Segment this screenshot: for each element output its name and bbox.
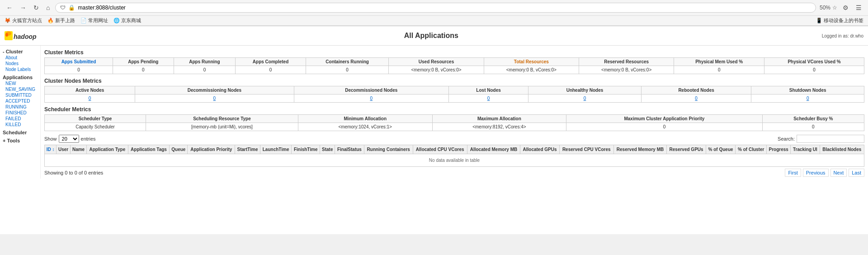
forward-button[interactable]: → <box>18 3 28 12</box>
previous-button[interactable]: Previous <box>803 169 829 177</box>
th-launchtime[interactable]: LaunchTime <box>260 145 291 154</box>
main-layout: - Cluster About Nodes Node Labels Applic… <box>0 46 868 179</box>
th-application-tags[interactable]: Application Tags <box>128 145 170 154</box>
col-apps-completed: Apps Completed <box>236 58 306 66</box>
th-queue[interactable]: Queue <box>170 145 188 154</box>
extensions-button[interactable]: ⚙ <box>841 3 850 12</box>
header-bar: hadoop All Applications Logged in as: dr… <box>0 26 868 46</box>
address-bar: 🛡 🔒 <box>55 3 816 13</box>
sidebar-link-accepted[interactable]: ACCEPTED <box>3 98 38 104</box>
sidebar-scheduler-title[interactable]: Scheduler <box>3 129 38 136</box>
url-input[interactable] <box>78 5 811 11</box>
val-phys-vcores-used: 0 <box>764 66 864 74</box>
pagination-buttons: First Previous Next Last <box>785 169 864 177</box>
zoom-area: 50% ☆ <box>820 5 837 11</box>
bookmarks-bar: 🦊 火狐官方站点 🔥 新手上路 📄 常用网址 🌐 京东商城 📱 移动设备上的书签 <box>0 16 868 26</box>
sidebar-scheduler-section: Scheduler <box>3 129 38 136</box>
th-id[interactable]: ID ↕ <box>45 145 57 154</box>
th-user[interactable]: User <box>57 145 71 154</box>
sidebar-link-new-saving[interactable]: NEW_SAVING <box>3 86 38 92</box>
sidebar-link-about[interactable]: About <box>3 55 38 61</box>
col-reserved-resources: Reserved Resources <box>579 58 674 66</box>
lock-icon: 🔒 <box>68 5 75 11</box>
th-progress[interactable]: Progress <box>767 145 791 154</box>
zoom-level: 50% <box>820 5 830 11</box>
th-allocated-gpus[interactable]: Allocated GPUs <box>520 145 560 154</box>
sidebar-link-submitted[interactable]: SUBMITTED <box>3 92 38 98</box>
th-finalstatus[interactable]: FinalStatus <box>335 145 364 154</box>
col-containers-running: Containers Running <box>306 58 388 66</box>
bookmark-jd[interactable]: 🌐 京东商城 <box>113 17 141 24</box>
cluster-metrics-title: Cluster Metrics <box>44 49 864 56</box>
th-blacklisted-nodes[interactable]: Blacklisted Nodes <box>820 145 864 154</box>
th-state[interactable]: State <box>320 145 335 154</box>
th-tracking-ui[interactable]: Tracking UI <box>791 145 820 154</box>
sidebar-link-finished[interactable]: FINISHED <box>3 110 38 116</box>
sidebar-link-failed[interactable]: FAILED <box>3 116 38 122</box>
menu-button[interactable]: ☰ <box>854 3 863 12</box>
th-pct-cluster[interactable]: % of Cluster <box>736 145 767 154</box>
entries-label: entries <box>81 136 96 142</box>
th-allocated-cpu-vcores[interactable]: Allocated CPU VCores <box>413 145 467 154</box>
val-used-resources: <memory:0 B, vCores:0> <box>389 66 484 74</box>
refresh-button[interactable]: ↻ <box>32 3 41 12</box>
th-reserved-memory-mb[interactable]: Reserved Memory MB <box>613 145 667 154</box>
table-footer: Showing 0 to 0 of 0 entries First Previo… <box>44 169 864 177</box>
browser-toolbar: ← → ↻ ⌂ 🛡 🔒 50% ☆ ⚙ ☰ <box>0 0 868 16</box>
th-application-priority[interactable]: Application Priority <box>188 145 235 154</box>
th-running-containers[interactable]: Running Containers <box>364 145 413 154</box>
val-apps-submitted: 0 <box>45 66 113 74</box>
sidebar-applications-section: Applications NEW NEW_SAVING SUBMITTED AC… <box>3 74 38 128</box>
page-title: All Applications <box>41 32 822 40</box>
star-icon[interactable]: ☆ <box>832 5 837 11</box>
bookmark-firefox[interactable]: 🦊 火狐官方站点 <box>5 17 42 24</box>
home-button[interactable]: ⌂ <box>44 3 52 12</box>
col-total-resources: Total Resources <box>484 58 579 66</box>
th-starttime[interactable]: StartTime <box>235 145 260 154</box>
next-button[interactable]: Next <box>830 169 847 177</box>
sidebar-link-new[interactable]: NEW <box>3 80 38 86</box>
col-active-nodes: Active Nodes <box>45 86 135 94</box>
shield-icon: 🛡 <box>60 5 66 11</box>
sidebar-link-running[interactable]: RUNNING <box>3 104 38 110</box>
col-minimum-allocation: Minimum Allocation <box>298 115 432 123</box>
search-area: Search: <box>778 135 864 143</box>
svg-point-2 <box>5 33 8 37</box>
hadoop-logo: hadoop <box>5 29 41 42</box>
sidebar-link-node-labels[interactable]: Node Labels <box>3 66 38 72</box>
th-finishtime[interactable]: FinishTime <box>292 145 320 154</box>
last-button[interactable]: Last <box>849 169 864 177</box>
sidebar-link-nodes[interactable]: Nodes <box>3 61 38 66</box>
back-button[interactable]: ← <box>5 3 14 12</box>
first-button[interactable]: First <box>785 169 801 177</box>
th-reserved-gpus[interactable]: Reserved GPUs <box>667 145 706 154</box>
th-reserved-cpu-vcores[interactable]: Reserved CPU VCores <box>559 145 613 154</box>
search-label: Search: <box>778 136 795 142</box>
col-decommissioning-nodes: Decommissioning Nodes <box>135 86 294 94</box>
th-pct-queue[interactable]: % of Queue <box>706 145 735 154</box>
th-name[interactable]: Name <box>70 145 86 154</box>
th-allocated-memory-mb[interactable]: Allocated Memory MB <box>467 145 520 154</box>
search-input[interactable] <box>797 135 864 143</box>
col-apps-pending: Apps Pending <box>113 58 174 66</box>
sidebar-link-killed[interactable]: KILLED <box>3 122 38 128</box>
scheduler-metrics-table: Scheduler Type Scheduling Resource Type … <box>44 114 864 131</box>
no-data-cell: No data available in table <box>45 154 864 167</box>
col-phys-vcores-used: Physical VCores Used % <box>764 58 864 66</box>
val-shutdown-nodes: 0 <box>751 94 864 103</box>
mobile-bookmarks[interactable]: 📱 移动设备上的书签 <box>816 17 863 24</box>
bookmark-common[interactable]: 📄 常用网址 <box>80 17 108 24</box>
sidebar-tools-section: + Tools <box>3 137 38 144</box>
bookmark-newbie[interactable]: 🔥 新手上路 <box>47 17 75 24</box>
val-reserved-resources: <memory:0 B, vCores:0> <box>579 66 674 74</box>
sidebar-tools-title[interactable]: + Tools <box>3 137 38 144</box>
col-apps-submitted: Apps Submitted <box>45 58 113 66</box>
content-area: Cluster Metrics Apps Submitted Apps Pend… <box>41 46 868 179</box>
sidebar: - Cluster About Nodes Node Labels Applic… <box>0 46 41 179</box>
cluster-nodes-metrics-table: Active Nodes Decommissioning Nodes Decom… <box>44 86 864 103</box>
data-table-controls: Show 20 50 100 entries Search: <box>44 135 864 143</box>
sidebar-cluster-title[interactable]: - Cluster <box>3 48 38 55</box>
entries-select[interactable]: 20 50 100 <box>59 135 79 143</box>
cluster-nodes-metrics-title: Cluster Nodes Metrics <box>44 78 864 84</box>
th-application-type[interactable]: Application Type <box>87 145 128 154</box>
